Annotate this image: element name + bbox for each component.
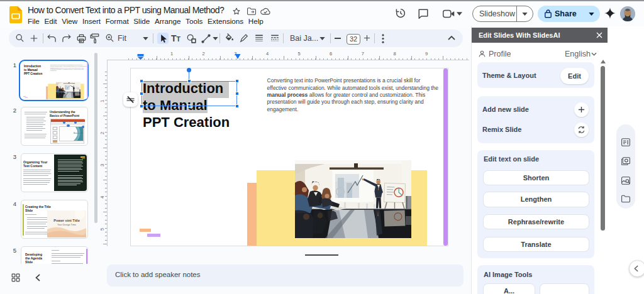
svg-text:Basics of P.: Basics of P.	[74, 132, 84, 134]
